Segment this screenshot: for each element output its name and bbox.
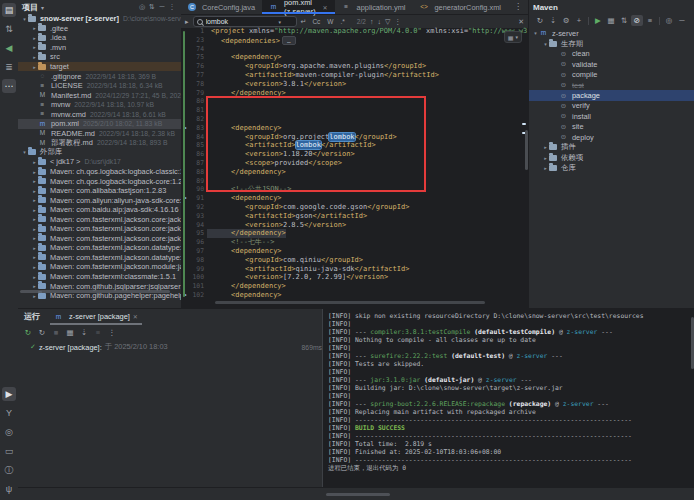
chevron-right-icon[interactable]: ▸ (542, 144, 549, 150)
editor-tab[interactable]: mpom.xml (z-server)✕ (262, 0, 335, 14)
hide-icon[interactable]: ─ (157, 3, 167, 11)
add-icon[interactable]: + (573, 15, 585, 26)
project-tree-row[interactable]: ▸Maven: com.fasterxml.jackson.datatype:j… (18, 243, 181, 253)
prev-match-icon[interactable]: ↑ (370, 18, 374, 25)
activity-project-icon[interactable]: ▤ (2, 3, 16, 17)
project-tree-row[interactable]: ≡mvnw2022/9/14 18:18, 10.97 kB (18, 100, 181, 110)
chevron-down-icon[interactable]: ▾ (21, 149, 28, 155)
project-tree-row[interactable]: ▸.gitee (18, 24, 181, 34)
maven-tree-row[interactable]: ▸仓库 (529, 163, 694, 173)
project-tree-row[interactable]: MREADME.md2022/9/14 18:18, 2.38 kB (18, 129, 181, 139)
chevron-right-icon[interactable]: ▸ (542, 165, 549, 171)
chevron-right-icon[interactable]: ▸ (31, 293, 38, 299)
toggle-offline-icon[interactable]: ⇅ (618, 15, 630, 26)
soft-wrap-icon[interactable]: ▦ (64, 327, 76, 338)
maven-tree-row[interactable]: ⊙install (529, 111, 694, 121)
chevron-right-icon[interactable]: ▸ (31, 169, 38, 175)
reimport-icon[interactable]: ↻ (534, 15, 546, 26)
activity-version-control-icon[interactable]: ψ (2, 482, 16, 496)
more-icon[interactable]: ⋮ (167, 3, 177, 11)
maven-tree-row[interactable]: ▸依赖项 (529, 153, 694, 163)
run-result-node[interactable]: ✓ z-server [package]: 于 2025/2/10 18:03 … (18, 339, 322, 352)
filter-icon[interactable]: ▽ (385, 18, 390, 26)
editor-tab[interactable]: CCoreConfig.java (181, 0, 262, 14)
console-hscrollbar[interactable] (326, 493, 390, 496)
build-console[interactable]: [INFO] skip non existing resourceDirecto… (322, 309, 694, 488)
rerun-icon[interactable]: ↻ (22, 327, 34, 338)
close-find-icon[interactable]: ✕ (518, 18, 524, 26)
chevron-right-icon[interactable]: ▸ (31, 235, 38, 241)
find-toggle-W[interactable]: W (325, 18, 335, 25)
inspections-widget[interactable]: ▦ ▾ (504, 31, 522, 43)
editor-tab[interactable]: ≡application.yml (335, 0, 413, 14)
editor-tab[interactable]: <>generatorConfig.xml (412, 0, 508, 14)
project-tree-row[interactable]: ▸Maven: com.fasterxml.jackson.core:jacks… (18, 224, 181, 234)
project-tree-row[interactable]: ▸Maven: com.fasterxml:classmate:1.5.1 (18, 272, 181, 282)
chevron-down-icon[interactable]: ▾ (532, 30, 539, 36)
print-icon[interactable]: ≡ (92, 327, 104, 338)
project-tree-row[interactable]: ▸.idea (18, 33, 181, 43)
chevron-down-icon[interactable]: ▾ (542, 41, 549, 47)
search-field[interactable]: ▾ (193, 16, 297, 27)
chevron-right-icon[interactable]: ▸ (31, 44, 38, 50)
project-tree-row[interactable]: ≡mvnw.cmd2022/9/14 18:18, 6.61 kB (18, 109, 181, 119)
chevron-right-icon[interactable]: ▸ (31, 274, 38, 280)
expand-all-icon[interactable]: ≡ (644, 15, 656, 26)
find-expand-icon[interactable]: ▸ (185, 18, 189, 26)
tabs-more-icon[interactable]: ⋮ (508, 0, 528, 14)
project-tree-row[interactable]: MManifest.md2024/12/29 17:21, 45 B, 2024… (18, 90, 181, 100)
project-tree-row[interactable]: ▾snow-server [z-server]D:\clone\snow-ser… (18, 14, 181, 24)
project-tree-row[interactable]: mpom.xml2025/2/10 18:02, 11.83 kB (18, 119, 181, 129)
code-editor[interactable]: 1<project xmlns="http://maven.apache.org… (181, 27, 528, 308)
maven-tree-row[interactable]: ⊙site (529, 122, 694, 132)
project-tree-row[interactable]: ▾外部库 (18, 148, 181, 158)
project-tree-row[interactable]: ▸Maven: com.fasterxml.jackson.module:jac… (18, 262, 181, 272)
next-match-icon[interactable]: ↓ (377, 18, 381, 25)
chevron-right-icon[interactable]: ▸ (31, 54, 38, 60)
skip-tests-icon[interactable]: ⊘ (631, 15, 643, 26)
maven-tree-row[interactable]: ⊙clean (529, 49, 694, 59)
chevron-right-icon[interactable]: ▸ (31, 188, 38, 194)
activity-profiler-icon[interactable]: ◎ (2, 425, 16, 439)
download-sources-icon[interactable]: ⇣ (547, 15, 559, 26)
rerun-failed-icon[interactable]: ↻ (36, 327, 48, 338)
project-tree-row[interactable]: ▸Maven: com.baidu.aip:java-sdk:4.16.16 (18, 205, 181, 215)
project-hscrollbar[interactable] (20, 290, 170, 293)
scroll-to-end-icon[interactable]: ⇣ (78, 327, 90, 338)
close-icon[interactable]: ✕ (133, 313, 138, 320)
search-stripe-mark[interactable] (522, 123, 526, 125)
chevron-right-icon[interactable]: ▸ (31, 35, 38, 41)
project-tree-row[interactable]: ▸< jdk17 >D:\usr\jdk17 (18, 157, 181, 167)
maven-tree-row[interactable]: ⊙test (529, 80, 694, 90)
activity-structure-icon[interactable]: ≣ (2, 60, 16, 74)
find-more-icon[interactable]: ⋮ (394, 18, 401, 26)
chevron-right-icon[interactable]: ▸ (31, 207, 38, 213)
project-tree-row[interactable]: ▸Maven: com.fasterxml.jackson.core:jacks… (18, 234, 181, 244)
more-icon[interactable]: ⋮ (106, 327, 118, 338)
search-history-icon[interactable]: ▾ (279, 19, 282, 25)
activity-pull-requests-icon[interactable]: ◀ (2, 41, 16, 55)
maven-tree-row[interactable]: ⊙package (529, 90, 694, 100)
chevron-right-icon[interactable]: ▸ (31, 197, 38, 203)
activity-problems-icon[interactable]: ⓘ (2, 463, 16, 477)
maven-tree-row[interactable]: ⊙deploy (529, 132, 694, 142)
locate-icon[interactable]: ◎ (137, 3, 147, 11)
chevron-right-icon[interactable]: ▸ (31, 245, 38, 251)
project-tree-row[interactable]: ≡LICENSE2022/9/14 18:18, 6.34 kB (18, 81, 181, 91)
project-tree-row[interactable]: ▸Maven: com.aliyun:aliyun-java-sdk-core:… (18, 195, 181, 205)
profiles-icon[interactable]: ◎ (663, 15, 675, 26)
project-tree-row[interactable]: ▸Maven: com.fasterxml.jackson.datatype:j… (18, 253, 181, 263)
chevron-down-icon[interactable]: ▾ (21, 16, 28, 22)
chevron-right-icon[interactable]: ▸ (31, 254, 38, 260)
chevron-right-icon[interactable]: ▸ (31, 226, 38, 232)
chevron-right-icon[interactable]: ▸ (542, 155, 549, 161)
chevron-right-icon[interactable]: ▸ (31, 216, 38, 222)
project-tree-row[interactable]: ▸Maven: com.fasterxml.jackson.core:jacks… (18, 214, 181, 224)
chevron-right-icon[interactable]: ▸ (31, 283, 38, 289)
project-tree-row[interactable]: ▸Maven: ch.qos.logback:logback-core:1.2.… (18, 176, 181, 186)
expand-collapse-icon[interactable]: ⇅ (147, 3, 157, 11)
project-tree-row[interactable]: ▸target (18, 62, 181, 72)
project-tree-row[interactable]: M部署教程.md2022/9/14 18:18, 893 B (18, 138, 181, 148)
chevron-right-icon[interactable]: ▸ (31, 25, 38, 31)
chevron-right-icon[interactable]: ▸ (31, 159, 38, 165)
